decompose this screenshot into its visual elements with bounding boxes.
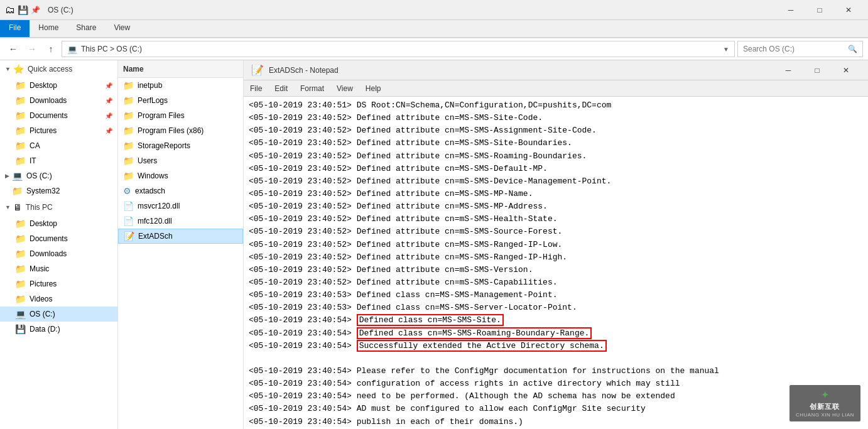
folder-icon-music-pc: 📁 — [15, 264, 26, 274]
notepad-menu-format[interactable]: Format — [294, 82, 330, 95]
file-list-panel: Name 📁 inetpub 📁 PerfLogs 📁 Program File… — [118, 60, 244, 429]
sidebar-item-ca[interactable]: 📁 CA — [0, 138, 117, 153]
search-box: 🔍 — [737, 41, 863, 57]
notepad-menu-view[interactable]: View — [330, 82, 359, 95]
sidebar: ▼ ⭐ Quick access 📁 Desktop 📌 📁 Downloads… — [0, 60, 118, 429]
item-label: inetpub — [138, 81, 162, 90]
folder-icon-documents-qa: 📁 — [15, 111, 26, 121]
sidebar-item-pictures-pc[interactable]: 📁 Pictures — [0, 276, 117, 291]
list-item[interactable]: 📁 StorageReports — [118, 138, 243, 153]
list-item[interactable]: 📄 msvcr120.dll — [118, 198, 243, 214]
forward-button[interactable]: → — [24, 41, 40, 57]
notepad-line: <05-10-2019 23:40:53> Defined class cn=M… — [249, 289, 863, 301]
folder-icon: 📁 — [123, 80, 134, 90]
sidebar-group-header-this-pc[interactable]: ▼ 🖥 This PC — [0, 198, 117, 216]
item-label: Program Files — [138, 111, 185, 120]
list-item[interactable]: ⚙ extadsch — [118, 183, 243, 198]
list-item[interactable]: 📁 Program Files (x86) — [118, 123, 243, 138]
notepad-menu-file[interactable]: File — [244, 82, 268, 95]
notepad-line: <05-10-2019 23:40:52> Defined attribute … — [249, 264, 863, 276]
list-item[interactable]: 📁 Users — [118, 153, 243, 168]
list-item[interactable]: 📁 PerfLogs — [118, 93, 243, 108]
sidebar-group-header-quick-access[interactable]: ▼ ⭐ Quick access — [0, 60, 117, 78]
sidebar-item-pictures-qa[interactable]: 📁 Pictures 📌 — [0, 123, 117, 138]
sidebar-item-music-pc[interactable]: 📁 Music — [0, 261, 117, 276]
notepad-line: <05-10-2019 23:40:52> Defined attribute … — [249, 225, 863, 238]
sidebar-item-documents-pc[interactable]: 📁 Documents — [0, 231, 117, 246]
sidebar-item-it[interactable]: 📁 IT — [0, 153, 117, 168]
notepad-line: <05-10-2019 23:40:54> need to be perform… — [249, 390, 863, 403]
sidebar-item-system32[interactable]: ▶ 📁 System32 — [0, 183, 117, 198]
back-button[interactable]: ← — [5, 41, 21, 57]
list-item[interactable]: 📁 Windows — [118, 168, 243, 183]
up-button[interactable]: ↑ — [43, 41, 59, 57]
notepad-menu-edit[interactable]: Edit — [268, 82, 294, 95]
sidebar-item-os-c-pc[interactable]: 💻 OS (C:) — [0, 307, 117, 322]
sidebar-item-videos-pc[interactable]: 📁 Videos — [0, 291, 117, 307]
sidebar-item-downloads-qa[interactable]: 📁 Downloads 📌 — [0, 93, 117, 108]
sidebar-item-data-d-pc[interactable]: 💾 Data (D:) — [0, 322, 117, 337]
folder-icon: 📁 — [123, 141, 134, 151]
notepad-line: <05-10-2019 23:40:54> Successfully exten… — [249, 340, 863, 352]
sidebar-item-desktop-qa[interactable]: 📁 Desktop 📌 — [0, 78, 117, 93]
sidebar-label-ca: CA — [30, 141, 40, 150]
notepad-minimize-button[interactable]: ─ — [774, 60, 803, 80]
sidebar-label-os-c-pc: OS (C:) — [30, 310, 55, 318]
notepad-content-area[interactable]: <05-10-2019 23:40:51> DS Root:CN=Schema,… — [244, 97, 868, 429]
ribbon-tab-share[interactable]: Share — [67, 20, 105, 37]
item-label: PerfLogs — [138, 96, 168, 105]
notepad-line: <05-10-2019 23:40:52> Defined attribute … — [249, 239, 863, 251]
sidebar-label-desktop-qa: Desktop — [30, 81, 57, 90]
sidebar-item-desktop-pc[interactable]: 📁 Desktop — [0, 216, 117, 231]
notepad-maximize-button[interactable]: □ — [803, 60, 832, 80]
notepad-line: <05-10-2019 23:40:51> DS Root:CN=Schema,… — [249, 99, 863, 112]
address-chevron: ▼ — [723, 46, 729, 53]
sidebar-label-videos-pc: Videos — [30, 295, 52, 303]
folder-icon: 📁 — [123, 111, 134, 121]
notepad-line: <05-10-2019 23:40:54> Please refer to th… — [249, 365, 863, 377]
sidebar-label-this-pc: This PC — [26, 203, 53, 212]
address-path-text: This PC > OS (C:) — [81, 45, 142, 53]
address-path-box[interactable]: 💻 This PC > OS (C:) ▼ — [62, 41, 735, 57]
folder-icon-desktop-pc: 📁 — [15, 219, 26, 229]
dll-icon: 📄 — [123, 201, 134, 211]
address-bar: ← → ↑ 💻 This PC > OS (C:) ▼ 🔍 — [0, 38, 868, 60]
list-item[interactable]: 📁 inetpub — [118, 78, 243, 93]
notepad-line: <05-10-2019 23:40:54> configuration of a… — [249, 377, 863, 390]
search-input[interactable] — [743, 45, 848, 53]
sidebar-item-downloads-pc[interactable]: 📁 Downloads — [0, 246, 117, 261]
minimize-button[interactable]: ─ — [776, 0, 805, 20]
list-item-selected[interactable]: 📝 ExtADSch — [118, 229, 243, 244]
notepad-line: <05-10-2019 23:40:52> Defined attribute … — [249, 213, 863, 225]
ribbon-tab-home[interactable]: Home — [30, 20, 67, 37]
ribbon-tab-view[interactable]: View — [105, 20, 139, 37]
list-item[interactable]: 📄 mfc120.dll — [118, 214, 243, 229]
item-label: mfc120.dll — [138, 217, 172, 225]
notepad-title-bar: 📝 ExtADSch - Notepad ─ □ ✕ — [244, 60, 868, 80]
file-list-column-header[interactable]: Name — [118, 60, 243, 78]
list-item[interactable]: 📁 Program Files — [118, 108, 243, 123]
sidebar-item-os-c[interactable]: ▶ 💻 OS (C:) — [0, 168, 117, 183]
pin-icon-downloads-qa: 📌 — [105, 97, 112, 104]
expand-icon-this-pc: ▼ — [5, 204, 11, 210]
ribbon-tab-file[interactable]: File — [0, 20, 30, 37]
drive-icon-os-c-pc: 💻 — [15, 309, 26, 319]
notepad-line: <05-10-2019 23:40:52> Defined attribute … — [249, 124, 863, 137]
maximize-button[interactable]: □ — [805, 0, 834, 20]
folder-icon-it: 📁 — [15, 156, 26, 166]
folder-icon: 📁 — [123, 156, 134, 166]
notepad-line: <05-10-2019 23:40:52> Defined attribute … — [249, 163, 863, 175]
folder-icon-downloads-pc: 📁 — [15, 249, 26, 259]
pin-icon-desktop-qa: 📌 — [105, 82, 112, 89]
notepad-line: <05-10-2019 23:40:54> Defined class cn=M… — [249, 314, 863, 327]
notepad-menu-help[interactable]: Help — [359, 82, 388, 95]
pin-icon-pictures-qa: 📌 — [105, 128, 112, 134]
folder-icon-desktop-qa: 📁 — [15, 80, 26, 90]
close-button[interactable]: ✕ — [834, 0, 863, 20]
notepad-window-controls: ─ □ ✕ — [774, 60, 860, 80]
sidebar-item-documents-qa[interactable]: 📁 Documents 📌 — [0, 108, 117, 123]
quick-access-toolbar-save[interactable]: 💾 — [18, 5, 28, 15]
notepad-close-button[interactable]: ✕ — [832, 60, 860, 80]
quick-access-toolbar-pin[interactable]: 📌 — [31, 6, 40, 14]
address-icon: 💻 — [67, 45, 77, 54]
